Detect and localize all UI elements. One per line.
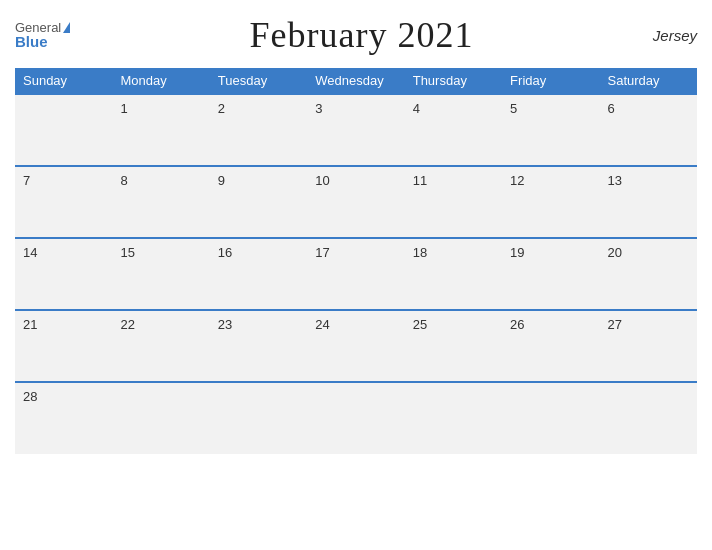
calendar-wrapper: General Blue February 2021 Jersey Sunday… <box>0 0 712 550</box>
calendar-cell: 9 <box>210 166 307 238</box>
calendar-cell: 24 <box>307 310 404 382</box>
calendar-cell: 28 <box>15 382 112 454</box>
day-number: 13 <box>608 173 622 188</box>
day-number: 2 <box>218 101 225 116</box>
calendar-week-row: 28 <box>15 382 697 454</box>
calendar-table: Sunday Monday Tuesday Wednesday Thursday… <box>15 68 697 454</box>
calendar-cell: 16 <box>210 238 307 310</box>
day-number: 6 <box>608 101 615 116</box>
calendar-cell: 5 <box>502 94 599 166</box>
calendar-cell: 12 <box>502 166 599 238</box>
calendar-cell: 19 <box>502 238 599 310</box>
calendar-cell: 20 <box>600 238 697 310</box>
calendar-cell: 14 <box>15 238 112 310</box>
calendar-cell <box>15 94 112 166</box>
calendar-cell: 25 <box>405 310 502 382</box>
day-number: 28 <box>23 389 37 404</box>
day-number: 3 <box>315 101 322 116</box>
calendar-cell: 18 <box>405 238 502 310</box>
calendar-week-row: 78910111213 <box>15 166 697 238</box>
day-number: 12 <box>510 173 524 188</box>
days-header-row: Sunday Monday Tuesday Wednesday Thursday… <box>15 68 697 94</box>
logo-blue-text: Blue <box>15 34 70 49</box>
day-number: 5 <box>510 101 517 116</box>
calendar-cell: 3 <box>307 94 404 166</box>
header-friday: Friday <box>502 68 599 94</box>
calendar-cell: 2 <box>210 94 307 166</box>
day-number: 20 <box>608 245 622 260</box>
day-number: 7 <box>23 173 30 188</box>
calendar-week-row: 14151617181920 <box>15 238 697 310</box>
header-saturday: Saturday <box>600 68 697 94</box>
day-number: 16 <box>218 245 232 260</box>
calendar-cell: 10 <box>307 166 404 238</box>
calendar-cell <box>405 382 502 454</box>
day-number: 26 <box>510 317 524 332</box>
calendar-cell: 26 <box>502 310 599 382</box>
calendar-week-row: 123456 <box>15 94 697 166</box>
calendar-cell: 23 <box>210 310 307 382</box>
calendar-cell: 21 <box>15 310 112 382</box>
day-number: 15 <box>120 245 134 260</box>
month-title: February 2021 <box>250 14 474 56</box>
calendar-cell <box>502 382 599 454</box>
location-label: Jersey <box>653 27 697 44</box>
header-tuesday: Tuesday <box>210 68 307 94</box>
calendar-week-row: 21222324252627 <box>15 310 697 382</box>
calendar-cell <box>210 382 307 454</box>
calendar-cell <box>307 382 404 454</box>
day-number: 24 <box>315 317 329 332</box>
header-sunday: Sunday <box>15 68 112 94</box>
day-number: 25 <box>413 317 427 332</box>
calendar-cell: 6 <box>600 94 697 166</box>
calendar-cell: 7 <box>15 166 112 238</box>
header-thursday: Thursday <box>405 68 502 94</box>
day-number: 11 <box>413 173 427 188</box>
logo: General Blue <box>15 21 70 49</box>
day-number: 10 <box>315 173 329 188</box>
day-number: 8 <box>120 173 127 188</box>
calendar-cell: 27 <box>600 310 697 382</box>
calendar-cell: 4 <box>405 94 502 166</box>
calendar-cell: 8 <box>112 166 209 238</box>
logo-triangle-icon <box>63 22 70 33</box>
calendar-cell: 13 <box>600 166 697 238</box>
day-number: 17 <box>315 245 329 260</box>
day-number: 18 <box>413 245 427 260</box>
calendar-header: General Blue February 2021 Jersey <box>15 10 697 60</box>
calendar-cell <box>112 382 209 454</box>
day-number: 21 <box>23 317 37 332</box>
day-number: 14 <box>23 245 37 260</box>
calendar-cell <box>600 382 697 454</box>
day-number: 1 <box>120 101 127 116</box>
day-number: 27 <box>608 317 622 332</box>
day-number: 9 <box>218 173 225 188</box>
calendar-cell: 11 <box>405 166 502 238</box>
day-number: 22 <box>120 317 134 332</box>
header-monday: Monday <box>112 68 209 94</box>
calendar-cell: 17 <box>307 238 404 310</box>
header-wednesday: Wednesday <box>307 68 404 94</box>
day-number: 19 <box>510 245 524 260</box>
day-number: 4 <box>413 101 420 116</box>
day-number: 23 <box>218 317 232 332</box>
calendar-cell: 15 <box>112 238 209 310</box>
calendar-cell: 1 <box>112 94 209 166</box>
calendar-cell: 22 <box>112 310 209 382</box>
